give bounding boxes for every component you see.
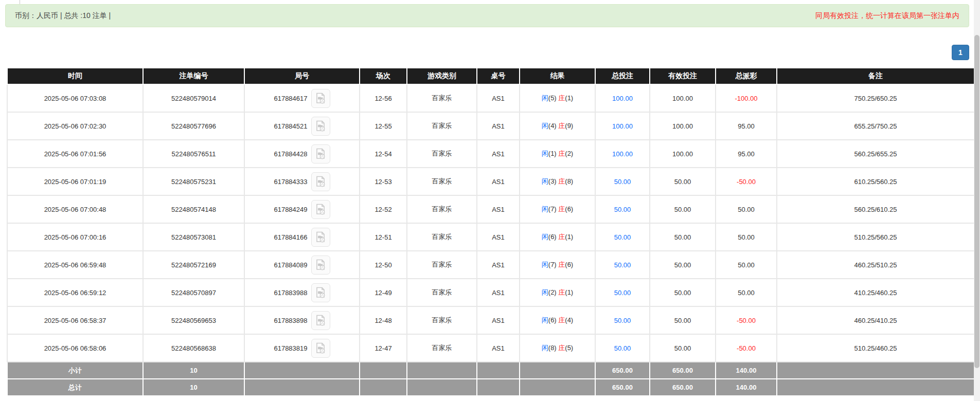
cell-round: 617884166 <box>244 223 360 251</box>
cell-result: 闲(1) 庄(2) <box>520 140 595 168</box>
cell-payout: -50.00 <box>716 168 777 195</box>
summary-payout: 140.00 <box>716 362 777 379</box>
cell-bet-id: 522480574148 <box>143 195 244 223</box>
cell-session: 12-51 <box>360 223 407 251</box>
cell-payout: -50.00 <box>716 334 777 362</box>
table-row: 2025-05-06 07:02:30 522480577696 6178845… <box>7 112 974 140</box>
cell-session: 12-56 <box>360 84 407 112</box>
bet-records-table-wrap: 时间注单编号局号场次游戏类别桌号结果总投注有效投注总派彩备注 2025-05-0… <box>7 67 974 396</box>
video-replay-button[interactable] <box>311 256 330 275</box>
cell-bet-id: 522480579014 <box>143 84 244 112</box>
video-replay-button[interactable] <box>311 89 330 108</box>
cell-game-type: 百家乐 <box>407 334 477 362</box>
result-banker-value: (1) <box>565 288 573 296</box>
result-player-label: 闲 <box>542 344 548 352</box>
total-bet-link[interactable]: 100.00 <box>612 150 633 158</box>
result-banker-label: 庄 <box>558 316 565 324</box>
result-player-label: 闲 <box>542 261 548 268</box>
cell-time: 2025-05-06 07:00:48 <box>7 195 143 223</box>
result-player-label: 闲 <box>542 316 548 324</box>
total-bet-link[interactable]: 100.00 <box>612 122 633 130</box>
total-bet-link[interactable]: 50.00 <box>614 206 631 213</box>
cell-result: 闲(7) 庄(6) <box>520 251 595 279</box>
result-player-label: 闲 <box>542 205 548 213</box>
vertical-scrollbar[interactable] <box>974 0 980 401</box>
table-row: 2025-05-06 07:01:19 522480575231 6178843… <box>7 168 974 195</box>
round-number: 617884333 <box>274 178 307 186</box>
column-header-game-type: 游戏类别 <box>407 68 477 84</box>
cell-time: 2025-05-06 06:58:37 <box>7 306 143 334</box>
cell-payout: 50.00 <box>716 279 777 306</box>
total-bet-link[interactable]: 50.00 <box>614 317 631 324</box>
cell-valid-bet: 50.00 <box>650 168 716 195</box>
cell-bet-id: 522480575231 <box>143 168 244 195</box>
video-replay-button[interactable] <box>311 283 330 302</box>
result-banker-label: 庄 <box>558 122 565 130</box>
table-row: 2025-05-06 07:03:08 522480579014 6178846… <box>7 84 974 112</box>
video-replay-button[interactable] <box>311 311 330 330</box>
page-1-button[interactable]: 1 <box>952 45 969 60</box>
cell-payout: -50.00 <box>716 306 777 334</box>
video-replay-button[interactable] <box>311 144 330 163</box>
cell-total-bet: 50.00 <box>595 223 650 251</box>
total-bet-link[interactable]: 50.00 <box>614 178 631 186</box>
cell-total-bet: 100.00 <box>595 84 650 112</box>
video-replay-button[interactable] <box>311 117 330 136</box>
summary-total-bet: 650.00 <box>595 379 650 396</box>
cell-valid-bet: 100.00 <box>650 140 716 168</box>
table-row: 2025-05-06 07:00:16 522480573081 6178841… <box>7 223 974 251</box>
summary-empty-session <box>360 362 407 379</box>
cell-game-type: 百家乐 <box>407 168 477 195</box>
cell-payout: 95.00 <box>716 140 777 168</box>
video-replay-button[interactable] <box>311 200 330 219</box>
round-number: 617884089 <box>274 261 307 269</box>
result-banker-label: 庄 <box>558 205 565 213</box>
cell-valid-bet: 50.00 <box>650 251 716 279</box>
total-bet-link[interactable]: 100.00 <box>612 95 633 102</box>
cell-bet-id: 522480570897 <box>143 279 244 306</box>
result-banker-label: 庄 <box>558 177 565 185</box>
video-replay-button[interactable] <box>311 172 330 191</box>
total-bet-link[interactable]: 50.00 <box>614 233 631 241</box>
summary-empty-round <box>244 362 360 379</box>
cell-round: 617884249 <box>244 195 360 223</box>
video-replay-button[interactable] <box>311 228 330 247</box>
cell-table-no: AS1 <box>477 112 520 140</box>
cell-result: 闲(6) 庄(4) <box>520 306 595 334</box>
summary-remark <box>777 362 974 379</box>
result-banker-value: (2) <box>565 150 573 157</box>
bet-records-table: 时间注单编号局号场次游戏类别桌号结果总投注有效投注总派彩备注 2025-05-0… <box>7 67 975 396</box>
summary-valid-bet: 650.00 <box>650 379 716 396</box>
total-bet-link[interactable]: 50.00 <box>614 261 631 269</box>
cell-time: 2025-05-06 06:59:12 <box>7 279 143 306</box>
cell-time: 2025-05-06 07:01:56 <box>7 140 143 168</box>
summary-empty-table-no <box>477 379 520 396</box>
video-replay-icon <box>314 203 327 215</box>
scrollbar-thumb[interactable] <box>974 35 979 368</box>
cell-valid-bet: 50.00 <box>650 334 716 362</box>
result-banker-value: (9) <box>565 122 573 130</box>
result-player-label: 闲 <box>542 177 548 185</box>
cell-payout: -100.00 <box>716 84 777 112</box>
video-replay-icon <box>314 92 327 104</box>
cell-remark: 655.25/750.25 <box>777 112 974 140</box>
column-header-bet-id: 注单编号 <box>143 68 244 84</box>
total-bet-link[interactable]: 50.00 <box>614 344 631 352</box>
result-banker-label: 庄 <box>558 150 565 157</box>
cell-round: 617884333 <box>244 168 360 195</box>
cell-session: 12-53 <box>360 168 407 195</box>
result-player-value: (1) <box>548 150 557 157</box>
summary-payout: 140.00 <box>716 379 777 396</box>
table-row: 2025-05-06 07:00:48 522480574148 6178842… <box>7 195 974 223</box>
round-number: 617884617 <box>274 95 307 102</box>
total-bet-link[interactable]: 50.00 <box>614 289 631 297</box>
column-header-result: 结果 <box>520 68 595 84</box>
video-replay-icon <box>314 314 327 326</box>
cell-table-no: AS1 <box>477 195 520 223</box>
cell-bet-id: 522480577696 <box>143 112 244 140</box>
summary-empty-session <box>360 379 407 396</box>
round-number: 617883988 <box>274 289 307 297</box>
cell-bet-id: 522480573081 <box>143 223 244 251</box>
video-replay-button[interactable] <box>311 339 330 358</box>
cell-valid-bet: 100.00 <box>650 84 716 112</box>
